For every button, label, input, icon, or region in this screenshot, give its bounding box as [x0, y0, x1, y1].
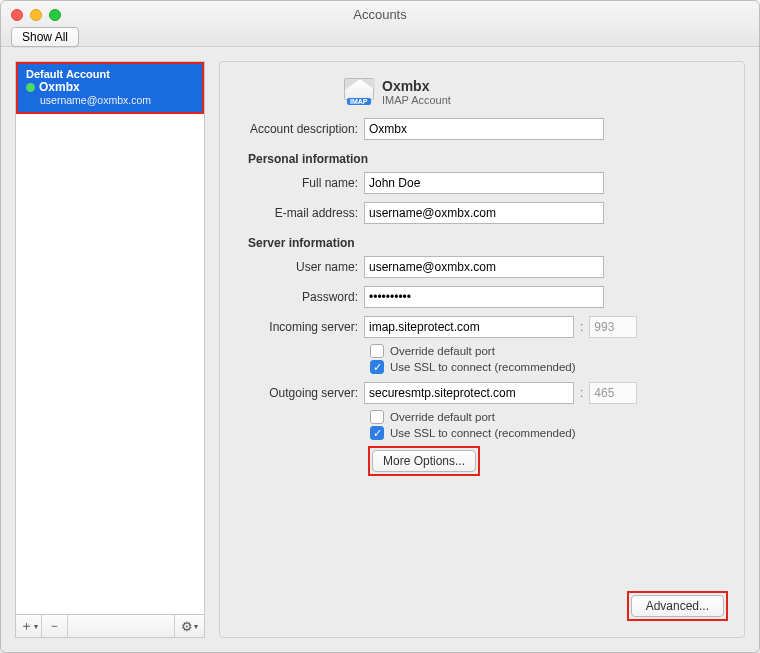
account-sidebar: Default Account Oxmbx username@oxmbx.com…	[15, 61, 205, 638]
outgoing-override-checkbox[interactable]	[370, 410, 384, 424]
label-fullname: Full name:	[234, 176, 364, 190]
outgoing-ssl-row[interactable]: ✓ Use SSL to connect (recommended)	[370, 426, 728, 440]
account-email: username@oxmbx.com	[40, 94, 194, 106]
username-input[interactable]	[364, 256, 604, 278]
gear-icon: ⚙	[181, 619, 193, 634]
port-separator-incoming: :	[580, 320, 583, 334]
outgoing-port-input[interactable]	[589, 382, 637, 404]
outgoing-override-label: Override default port	[390, 411, 495, 423]
account-title: Oxmbx	[382, 78, 451, 94]
account-detail-panel: IMAP Oxmbx IMAP Account Account descript…	[219, 61, 745, 638]
outgoing-ssl-label: Use SSL to connect (recommended)	[390, 427, 576, 439]
incoming-ssl-checkbox[interactable]: ✓	[370, 360, 384, 374]
label-incoming: Incoming server:	[234, 320, 364, 334]
add-account-button[interactable]: ＋▾	[16, 615, 42, 637]
titlebar: Accounts Show All	[1, 1, 759, 47]
incoming-override-label: Override default port	[390, 345, 495, 357]
fullname-input[interactable]	[364, 172, 604, 194]
window-title: Accounts	[1, 7, 759, 22]
accounts-window: Accounts Show All Default Account Oxmbx …	[0, 0, 760, 653]
advanced-button[interactable]: Advanced...	[631, 595, 724, 617]
label-outgoing: Outgoing server:	[234, 386, 364, 400]
content-area: Default Account Oxmbx username@oxmbx.com…	[1, 47, 759, 652]
section-server: Server information	[248, 236, 728, 250]
show-all-button[interactable]: Show All	[11, 27, 79, 47]
incoming-override-row[interactable]: Override default port	[370, 344, 728, 358]
outgoing-override-row[interactable]: Override default port	[370, 410, 728, 424]
label-description: Account description:	[234, 122, 364, 136]
account-name: Oxmbx	[39, 80, 80, 94]
account-header: IMAP Oxmbx IMAP Account	[344, 78, 728, 106]
status-online-icon	[26, 83, 35, 92]
outgoing-ssl-checkbox[interactable]: ✓	[370, 426, 384, 440]
account-item-oxmbx[interactable]: Default Account Oxmbx username@oxmbx.com	[16, 62, 204, 114]
incoming-port-input[interactable]	[589, 316, 637, 338]
settings-gear-button[interactable]: ⚙▾	[174, 615, 204, 637]
label-username: User name:	[234, 260, 364, 274]
remove-account-button[interactable]: －	[42, 615, 68, 637]
password-input[interactable]	[364, 286, 604, 308]
port-separator-outgoing: :	[580, 386, 583, 400]
sidebar-footer: ＋▾ － ⚙▾	[15, 614, 205, 638]
account-list: Default Account Oxmbx username@oxmbx.com	[15, 61, 205, 614]
incoming-ssl-label: Use SSL to connect (recommended)	[390, 361, 576, 373]
more-options-button[interactable]: More Options...	[372, 450, 476, 472]
label-password: Password:	[234, 290, 364, 304]
imap-badge: IMAP	[347, 98, 371, 105]
incoming-server-input[interactable]	[364, 316, 574, 338]
label-email: E-mail address:	[234, 206, 364, 220]
email-input[interactable]	[364, 202, 604, 224]
description-input[interactable]	[364, 118, 604, 140]
incoming-override-checkbox[interactable]	[370, 344, 384, 358]
section-personal: Personal information	[248, 152, 728, 166]
outgoing-server-input[interactable]	[364, 382, 574, 404]
default-account-label: Default Account	[26, 68, 194, 80]
account-type: IMAP Account	[382, 94, 451, 106]
mail-icon: IMAP	[344, 78, 374, 100]
incoming-ssl-row[interactable]: ✓ Use SSL to connect (recommended)	[370, 360, 728, 374]
